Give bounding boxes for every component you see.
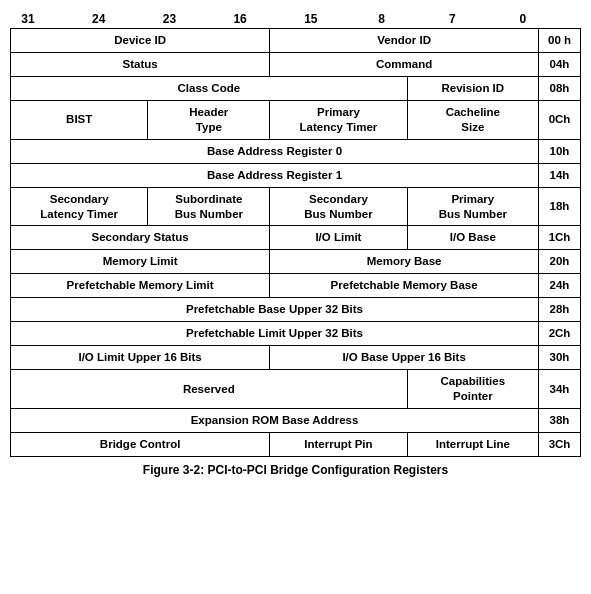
address-cell: 24h bbox=[539, 274, 581, 298]
address-cell: 2Ch bbox=[539, 322, 581, 346]
register-cell: Vendor ID bbox=[270, 29, 539, 53]
address-cell: 18h bbox=[539, 187, 581, 226]
address-cell: 00 h bbox=[539, 29, 581, 53]
address-cell: 34h bbox=[539, 370, 581, 409]
table-row: Prefetchable Limit Upper 32 Bits2Ch bbox=[11, 322, 581, 346]
register-cell: Class Code bbox=[11, 76, 408, 100]
address-cell: 04h bbox=[539, 52, 581, 76]
address-cell: 1Ch bbox=[539, 226, 581, 250]
register-cell: Prefetchable Memory Limit bbox=[11, 274, 270, 298]
address-cell: 38h bbox=[539, 408, 581, 432]
bit-label: 31 bbox=[18, 12, 38, 26]
address-cell: 30h bbox=[539, 346, 581, 370]
address-cell: 0Ch bbox=[539, 100, 581, 139]
table-row: ReservedCapabilitiesPointer34h bbox=[11, 370, 581, 409]
address-cell: 10h bbox=[539, 139, 581, 163]
bit-label: 15 bbox=[301, 12, 321, 26]
address-cell: 20h bbox=[539, 250, 581, 274]
register-cell: Command bbox=[270, 52, 539, 76]
table-row: Bridge ControlInterrupt PinInterrupt Lin… bbox=[11, 432, 581, 456]
register-cell: SecondaryBus Number bbox=[270, 187, 407, 226]
table-row: Secondary StatusI/O LimitI/O Base1Ch bbox=[11, 226, 581, 250]
register-cell: Base Address Register 1 bbox=[11, 163, 539, 187]
address-cell: 3Ch bbox=[539, 432, 581, 456]
address-cell: 28h bbox=[539, 298, 581, 322]
register-cell: SubordinateBus Number bbox=[148, 187, 270, 226]
register-cell: Expansion ROM Base Address bbox=[11, 408, 539, 432]
table-row: Device IDVendor ID00 h bbox=[11, 29, 581, 53]
table-row: Prefetchable Base Upper 32 Bits28h bbox=[11, 298, 581, 322]
register-cell: Base Address Register 0 bbox=[11, 139, 539, 163]
table-row: Class CodeRevision ID08h bbox=[11, 76, 581, 100]
register-cell: Reserved bbox=[11, 370, 408, 409]
register-cell: I/O Limit Upper 16 Bits bbox=[11, 346, 270, 370]
register-cell: HeaderType bbox=[148, 100, 270, 139]
register-cell: PrimaryBus Number bbox=[407, 187, 538, 226]
table-row: Memory LimitMemory Base20h bbox=[11, 250, 581, 274]
register-cell: Device ID bbox=[11, 29, 270, 53]
register-cell: Memory Base bbox=[270, 250, 539, 274]
table-row: SecondaryLatency TimerSubordinateBus Num… bbox=[11, 187, 581, 226]
register-cell: I/O Base bbox=[407, 226, 538, 250]
bit-label: 8 bbox=[372, 12, 392, 26]
register-cell: Secondary Status bbox=[11, 226, 270, 250]
register-cell: Interrupt Pin bbox=[270, 432, 407, 456]
register-cell: Interrupt Line bbox=[407, 432, 538, 456]
register-cell: I/O Base Upper 16 Bits bbox=[270, 346, 539, 370]
table-row: Prefetchable Memory LimitPrefetchable Me… bbox=[11, 274, 581, 298]
bit-label: 16 bbox=[230, 12, 250, 26]
bit-label: 23 bbox=[159, 12, 179, 26]
register-table: Device IDVendor ID00 hStatusCommand04hCl… bbox=[10, 28, 581, 457]
table-row: Base Address Register 010h bbox=[11, 139, 581, 163]
register-cell: Prefetchable Base Upper 32 Bits bbox=[11, 298, 539, 322]
register-cell: Revision ID bbox=[407, 76, 538, 100]
page-container: 3124231615870 Device IDVendor ID00 hStat… bbox=[10, 10, 581, 477]
table-row: Base Address Register 114h bbox=[11, 163, 581, 187]
table-row: BISTHeaderTypePrimaryLatency TimerCachel… bbox=[11, 100, 581, 139]
bit-label: 24 bbox=[89, 12, 109, 26]
address-cell: 08h bbox=[539, 76, 581, 100]
register-cell: CachelineSize bbox=[407, 100, 538, 139]
address-cell: 14h bbox=[539, 163, 581, 187]
register-cell: I/O Limit bbox=[270, 226, 407, 250]
register-cell: Prefetchable Memory Base bbox=[270, 274, 539, 298]
bit-header: 3124231615870 bbox=[10, 10, 581, 28]
register-cell: Bridge Control bbox=[11, 432, 270, 456]
bit-label: 7 bbox=[442, 12, 462, 26]
table-row: Expansion ROM Base Address38h bbox=[11, 408, 581, 432]
register-cell: Memory Limit bbox=[11, 250, 270, 274]
register-cell: BIST bbox=[11, 100, 148, 139]
register-cell: CapabilitiesPointer bbox=[407, 370, 538, 409]
register-cell: SecondaryLatency Timer bbox=[11, 187, 148, 226]
register-cell: PrimaryLatency Timer bbox=[270, 100, 407, 139]
register-cell: Status bbox=[11, 52, 270, 76]
figure-caption: Figure 3-2: PCI-to-PCI Bridge Configurat… bbox=[10, 463, 581, 477]
register-cell: Prefetchable Limit Upper 32 Bits bbox=[11, 322, 539, 346]
table-row: I/O Limit Upper 16 BitsI/O Base Upper 16… bbox=[11, 346, 581, 370]
bit-label: 0 bbox=[513, 12, 533, 26]
table-row: StatusCommand04h bbox=[11, 52, 581, 76]
